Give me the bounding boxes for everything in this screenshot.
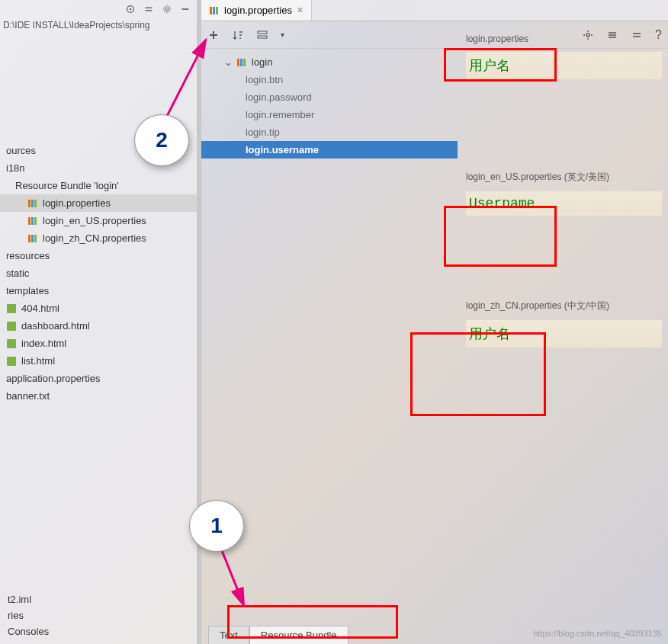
tree-folder[interactable]: templates bbox=[0, 282, 197, 300]
svg-rect-14 bbox=[7, 339, 16, 348]
svg-point-2 bbox=[165, 8, 169, 11]
tree-file[interactable]: login_zh_CN.properties bbox=[0, 229, 197, 247]
tree-folder[interactable]: static bbox=[0, 264, 197, 282]
locate-icon[interactable] bbox=[125, 4, 136, 14]
annotation-callout: 2 bbox=[134, 114, 189, 166]
svg-rect-7 bbox=[31, 217, 34, 225]
properties-icon bbox=[236, 57, 247, 68]
value-file-label: login_zh_CN.properties (中文/中国) bbox=[466, 300, 662, 312]
svg-rect-13 bbox=[7, 322, 16, 331]
svg-rect-17 bbox=[213, 7, 215, 14]
value-file-label: login_en_US.properties (英文/美国) bbox=[466, 171, 662, 184]
sort-icon[interactable] bbox=[232, 29, 244, 41]
expand-icon[interactable]: ▾ bbox=[281, 30, 284, 39]
watermark: https://blog.csdn.net/qq_40393135 bbox=[533, 629, 662, 638]
svg-rect-6 bbox=[28, 217, 31, 225]
key-tree[interactable]: ⌄ login login.btn login.password login.r… bbox=[201, 49, 458, 159]
tree-file[interactable]: list.html bbox=[0, 352, 197, 370]
properties-icon bbox=[27, 198, 38, 209]
svg-rect-15 bbox=[7, 357, 16, 366]
annotation-arrow bbox=[198, 541, 259, 617]
key-item[interactable]: login.password bbox=[201, 88, 458, 106]
close-icon[interactable]: ✕ bbox=[297, 5, 303, 15]
editor-tabs: login.properties ✕ bbox=[201, 0, 668, 21]
svg-rect-20 bbox=[258, 36, 267, 38]
annotation-box bbox=[444, 206, 557, 267]
svg-rect-23 bbox=[240, 59, 242, 66]
svg-point-1 bbox=[130, 8, 132, 11]
collapse-icon[interactable] bbox=[143, 4, 154, 14]
tab-login-properties[interactable]: login.properties ✕ bbox=[201, 0, 312, 21]
annotation-box bbox=[410, 332, 546, 416]
svg-rect-10 bbox=[31, 235, 34, 242]
svg-rect-16 bbox=[210, 7, 212, 14]
tree-file[interactable]: dashboard.html bbox=[0, 317, 197, 335]
list-item[interactable]: t2.iml bbox=[5, 591, 192, 607]
tab-label: login.properties bbox=[224, 5, 292, 16]
project-toolbar bbox=[0, 0, 197, 18]
annotation-callout: 1 bbox=[189, 500, 244, 552]
html-icon bbox=[6, 321, 17, 332]
project-tree[interactable]: ources i18n Resource Bundle 'login' logi… bbox=[0, 142, 197, 405]
tree-file[interactable]: application.properties bbox=[0, 370, 197, 387]
svg-rect-3 bbox=[28, 200, 31, 207]
svg-rect-9 bbox=[28, 235, 31, 242]
properties-icon bbox=[209, 5, 220, 16]
tree-file[interactable]: login.properties bbox=[0, 194, 197, 212]
svg-rect-12 bbox=[7, 304, 16, 313]
value-file-label: login.properties bbox=[466, 34, 662, 44]
key-root[interactable]: ⌄ login bbox=[201, 53, 458, 71]
svg-rect-22 bbox=[237, 59, 239, 66]
key-item[interactable]: login.btn bbox=[201, 71, 458, 88]
key-item[interactable]: login.tip bbox=[201, 123, 458, 141]
minimize-icon[interactable] bbox=[180, 4, 191, 14]
tree-folder[interactable]: resources bbox=[0, 247, 197, 264]
html-icon bbox=[6, 338, 17, 349]
properties-icon bbox=[27, 233, 38, 244]
svg-rect-24 bbox=[243, 59, 246, 66]
html-icon bbox=[6, 303, 17, 314]
list-item[interactable]: ries bbox=[5, 607, 192, 623]
tree-file[interactable]: 404.html bbox=[0, 300, 197, 317]
tree-file[interactable]: login_en_US.properties bbox=[0, 212, 197, 229]
properties-icon bbox=[27, 216, 38, 226]
svg-rect-4 bbox=[31, 200, 34, 207]
html-icon bbox=[6, 356, 17, 367]
gear-icon[interactable] bbox=[162, 4, 172, 14]
tree-bundle[interactable]: Resource Bundle 'login' bbox=[0, 177, 197, 194]
tree-file[interactable]: index.html bbox=[0, 335, 197, 352]
svg-rect-11 bbox=[34, 235, 37, 242]
key-item[interactable]: login.remember bbox=[201, 106, 458, 123]
tree-file[interactable]: banner.txt bbox=[0, 387, 197, 405]
svg-rect-5 bbox=[34, 200, 37, 207]
svg-rect-18 bbox=[216, 7, 218, 14]
svg-rect-8 bbox=[34, 217, 37, 225]
annotation-box bbox=[444, 48, 557, 82]
chevron-down-icon[interactable]: ⌄ bbox=[224, 56, 232, 68]
group-icon[interactable] bbox=[256, 29, 268, 41]
bottom-left-list: t2.iml ries Consoles bbox=[0, 587, 197, 644]
key-item-selected[interactable]: login.username bbox=[201, 141, 458, 159]
svg-line-26 bbox=[221, 549, 244, 606]
svg-rect-19 bbox=[258, 31, 267, 34]
list-item[interactable]: Consoles bbox=[5, 623, 192, 639]
